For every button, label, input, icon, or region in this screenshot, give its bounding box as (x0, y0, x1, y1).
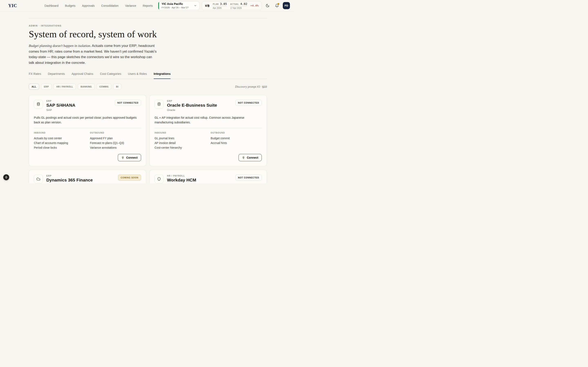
divider (213, 6, 227, 6)
discovery-note-ref: §10 (262, 85, 267, 88)
breadcrumb: ADMIN · INTEGRATIONS (29, 25, 267, 27)
outbound-label: OUTBOUND (211, 132, 262, 134)
entity-accent-bar (158, 2, 159, 10)
plan-date: Apr 2026 (213, 7, 227, 9)
card-vendor: Oracle (167, 108, 217, 111)
filter-chip-comms[interactable]: COMMS (96, 83, 112, 90)
nav-item-variance[interactable]: Variance (125, 4, 136, 7)
outbound-label: OUTBOUND (90, 132, 141, 134)
dark-mode-toggle[interactable] (264, 2, 271, 9)
top-divider (29, 18, 267, 18)
card-category: HR / PAYROLL (167, 175, 196, 177)
cloud-icon (34, 175, 43, 184)
card-io-section: INBOUND GL journal lines AP invoice deta… (155, 128, 262, 150)
database-icon (155, 100, 164, 109)
list-item: Variance annotations (90, 145, 141, 150)
currency-pair: ¥/฿ (205, 4, 209, 8)
entity-fiscal-year: FY2026 · Apr’26 – Mar’27 (162, 6, 189, 9)
entity-selector[interactable]: YIC Asia Pacific FY2026 · Apr’26 – Mar’2… (158, 1, 199, 10)
card-category: ERP (46, 175, 93, 177)
card-description: Pulls GL postings and actual costs per p… (34, 115, 141, 125)
plug-icon (242, 156, 245, 159)
integration-card-oracle: ERP Oracle E-Business Suite Oracle NOT C… (149, 95, 267, 166)
divider (230, 6, 247, 6)
tab-users-roles[interactable]: Users & Roles (128, 72, 147, 79)
nav-right-cluster: YIC Asia Pacific FY2026 · Apr’26 – Mar’2… (158, 1, 290, 10)
intro-emphasis: Budget planning doesn’t happen in isolat… (29, 44, 91, 48)
plug-icon (121, 156, 124, 159)
list-item: Period close locks (34, 145, 85, 150)
status-badge: NOT CONNECTED (235, 175, 262, 181)
card-title: Workday HCM (167, 178, 196, 183)
nav-item-budgets[interactable]: Budgets (65, 4, 75, 7)
primary-nav: Dashboard Budgets Approvals Consolidatio… (44, 4, 153, 7)
inbound-list: GL journal lines AP invoice detail Cost-… (155, 136, 206, 150)
filter-chip-hr-payroll[interactable]: HR / PAYROLL (53, 83, 76, 90)
list-item: Chart of accounts mapping (34, 141, 85, 145)
moon-icon (266, 4, 269, 8)
plan-value: 3.85 (220, 2, 227, 6)
fx-delta-badge: +4.4% (251, 4, 259, 7)
connect-button[interactable]: Connect (118, 154, 141, 161)
nav-item-reports[interactable]: Reports (143, 4, 153, 7)
tab-approval-chains[interactable]: Approval Chains (71, 72, 93, 79)
filter-chip-erp[interactable]: ERP (41, 83, 52, 90)
nav-item-consolidation[interactable]: Consolidation (101, 4, 119, 7)
tab-cost-categories[interactable]: Cost Categories (100, 72, 121, 79)
filter-chip-all[interactable]: ALL (29, 83, 39, 90)
brand-logo[interactable]: YIC (8, 3, 17, 8)
tab-fx-rates[interactable]: FX Rates (29, 72, 41, 79)
discovery-note-text: Discovery prompt #3 · (235, 85, 261, 88)
notification-dot (277, 3, 279, 5)
shield-icon (155, 175, 164, 184)
notifications-button[interactable] (273, 2, 280, 9)
status-badge: COMING SOON (118, 175, 141, 181)
list-item: GL journal lines (155, 136, 206, 141)
integration-card-workday: HR / PAYROLL Workday HCM Workday NOT CON… (149, 170, 267, 184)
page-title: System of record, system of work (29, 29, 267, 40)
top-nav: YIC Dashboard Budgets Approvals Consolid… (0, 0, 294, 11)
fx-actual-column: ACTUAL 4.02 17 Apr 2026 (230, 2, 247, 9)
card-title: Dynamics 365 Finance (46, 178, 93, 183)
nav-item-approvals[interactable]: Approvals (82, 4, 95, 7)
connect-label: Connect (247, 156, 258, 159)
card-io-section: INBOUND Actuals by cost center Chart of … (34, 128, 141, 150)
list-item: Approved FY plan (90, 136, 141, 141)
inbound-label: INBOUND (34, 132, 85, 134)
status-badge: NOT CONNECTED (115, 100, 141, 106)
entity-name: YIC Asia Pacific (162, 2, 189, 6)
filter-chip-bi[interactable]: BI (113, 83, 121, 90)
card-vendor: SAP (46, 108, 75, 111)
page-intro: Budget planning doesn’t happen in isolat… (29, 43, 158, 66)
card-vendor: Workday (167, 183, 196, 184)
tab-departments[interactable]: Departments (48, 72, 65, 79)
connect-label: Connect (126, 156, 138, 159)
actual-value: 4.02 (240, 2, 247, 6)
lightning-bolt-icon (5, 176, 8, 179)
actual-date: 17 Apr 2026 (230, 7, 247, 9)
database-icon (34, 100, 43, 109)
quick-actions-fab[interactable] (3, 174, 9, 180)
fx-plan-column: PLAN 3.85 Apr 2026 (213, 2, 227, 9)
list-item: Budget commit (211, 136, 262, 141)
fx-rate-widget: ¥/฿ PLAN 3.85 Apr 2026 ACTUAL 4.02 17 Ap… (202, 1, 261, 10)
filter-chip-banking[interactable]: BANKING (78, 83, 95, 90)
tab-integrations[interactable]: Integrations (154, 72, 171, 79)
main-content: ADMIN · INTEGRATIONS System of record, s… (29, 18, 267, 184)
admin-tabs: FX Rates Departments Approval Chains Cos… (29, 72, 267, 79)
discovery-note: Discovery prompt #3 · §10 (235, 85, 267, 89)
user-avatar[interactable]: PD (283, 2, 290, 9)
card-category: ERP (46, 100, 75, 102)
list-item: AP invoice detail (155, 141, 206, 145)
integration-card-dynamics: ERP Dynamics 365 Finance Microsoft COMIN… (29, 170, 146, 184)
outbound-list: Approved FY plan Forecast re-plans (Q1–Q… (90, 136, 141, 150)
nav-item-dashboard[interactable]: Dashboard (44, 4, 59, 7)
connect-button[interactable]: Connect (238, 154, 262, 161)
inbound-label: INBOUND (155, 132, 206, 134)
list-item: Cost-center hierarchy (155, 145, 206, 150)
card-title: Oracle E-Business Suite (167, 103, 217, 108)
list-item: Accrual hints (211, 141, 262, 145)
plan-label: PLAN (213, 3, 219, 5)
actual-label: ACTUAL (230, 3, 239, 5)
card-category: ERP (167, 100, 217, 102)
